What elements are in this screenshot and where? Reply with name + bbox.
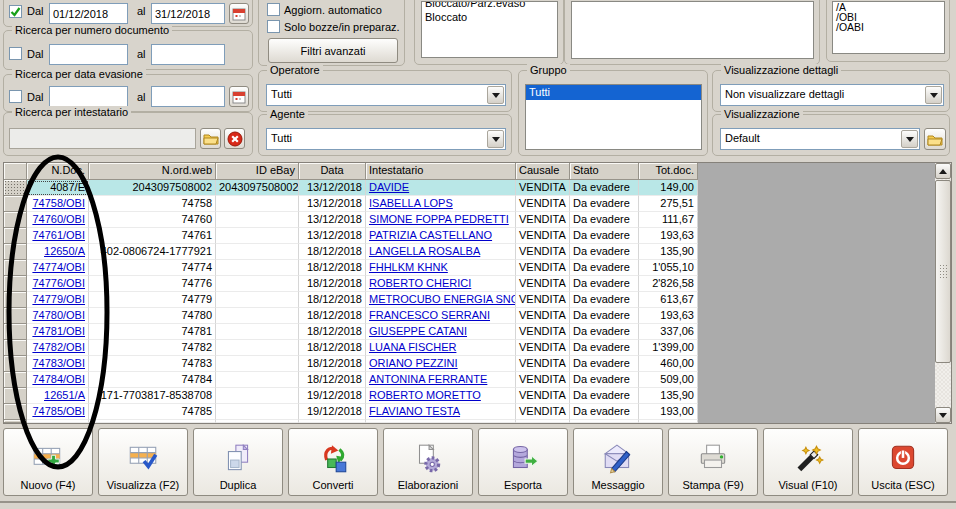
column-header-idebay[interactable]: ID eBay: [216, 163, 299, 180]
intestatario-link[interactable]: ANTONINA FERRANTE: [369, 373, 487, 385]
table-row[interactable]: 74761/OBI7476113/12/2018PATRIZIA CASTELL…: [4, 228, 698, 244]
table-row[interactable]: 12650/A402-0806724-177792118/12/2018LANG…: [4, 244, 698, 260]
table-row[interactable]: 74784/OBI7478418/12/2018ANTONINA FERRANT…: [4, 372, 698, 388]
ndoc-link[interactable]: 74785/OBI: [32, 405, 85, 417]
intestatario-link[interactable]: FRANCESCO SERRANI: [369, 309, 490, 321]
intestatario-link[interactable]: ISABELLA LOPS: [369, 197, 453, 209]
intestatario-link[interactable]: ROBERTO CHERICI: [369, 277, 471, 289]
intestatario-link[interactable]: GIUSEPPE CATANI: [369, 325, 467, 337]
evasion-to-input[interactable]: [151, 86, 225, 107]
gruppo-listbox[interactable]: Tutti: [525, 84, 702, 150]
auto-update-checkbox[interactable]: [267, 3, 280, 16]
table-row[interactable]: 74760/OBI7476013/12/2018SIMONE FOPPA PED…: [4, 212, 698, 228]
table-row[interactable]: 74779/OBI7477918/12/2018METROCUBO ENERGI…: [4, 292, 698, 308]
ndoc-link[interactable]: 74774/OBI: [32, 261, 85, 273]
ndoc-link[interactable]: 74761/OBI: [32, 229, 85, 241]
row-selector-cell[interactable]: [4, 180, 27, 196]
agente-combobox[interactable]: Tutti: [266, 128, 506, 150]
ndoc-link[interactable]: 12650/A: [44, 245, 85, 257]
table-scrollbar[interactable]: [935, 163, 951, 423]
row-selector-cell[interactable]: [4, 260, 27, 276]
calendar-button[interactable]: [229, 3, 249, 24]
visual-button[interactable]: Visual (F10): [763, 428, 853, 496]
evasion-from-input[interactable]: [49, 86, 128, 107]
chevron-down-icon[interactable]: [487, 130, 504, 148]
ndoc-link[interactable]: 74780/OBI: [32, 309, 85, 321]
intestatario-link[interactable]: METROCUBO ENERGIA SNC: [369, 293, 516, 305]
messaggio-button[interactable]: Messaggio: [573, 428, 663, 496]
stampa-button[interactable]: Stampa (F9): [668, 428, 758, 496]
ndoc-link[interactable]: 74760/OBI: [32, 213, 85, 225]
evasion-date-checkbox[interactable]: [9, 90, 22, 103]
view-details-combobox[interactable]: Non visualizzare dettagli: [720, 84, 944, 106]
doc-type-listbox[interactable]: /A/OBI/OABI: [832, 1, 945, 54]
intestatario-link[interactable]: DAVIDE: [369, 181, 409, 193]
table-row[interactable]: 74781/OBI7478118/12/2018GIUSEPPE CATANIV…: [4, 324, 698, 340]
row-selector-cell[interactable]: [4, 356, 27, 372]
doc-number-checkbox[interactable]: [9, 47, 22, 60]
table-row[interactable]: 12651/A171-7703817-853870819/12/2018ROBE…: [4, 388, 698, 404]
table-row[interactable]: 74783/OBI7478318/12/2018ORIANO PEZZINIVE…: [4, 356, 698, 372]
uscita-button[interactable]: Uscita (ESC): [858, 428, 948, 496]
nuovo-button[interactable]: Nuovo (F4): [3, 428, 93, 496]
doc-type-list-item[interactable]: /OABI: [833, 22, 944, 32]
intestatario-clear-button[interactable]: [224, 128, 245, 149]
date-range-checkbox[interactable]: [9, 5, 22, 18]
evasion-calendar-button[interactable]: [229, 86, 249, 107]
row-selector-cell[interactable]: [4, 404, 27, 420]
doc-number-from-input[interactable]: [49, 44, 128, 65]
column-header-stato[interactable]: Stato: [570, 163, 639, 180]
empty-listbox[interactable]: [571, 1, 814, 59]
intestatario-link[interactable]: SIMONE FOPPA PEDRETTI: [369, 213, 509, 225]
intestatario-browse-button[interactable]: [200, 128, 221, 149]
view-browse-button[interactable]: [924, 128, 946, 150]
scrollbar-thumb[interactable]: [935, 180, 951, 363]
converti-button[interactable]: Converti: [288, 428, 378, 496]
ndoc-link[interactable]: 74784/OBI: [32, 373, 85, 385]
column-header-intestatario[interactable]: Intestatario: [366, 163, 516, 180]
chevron-down-icon[interactable]: [901, 130, 918, 148]
row-selector-cell[interactable]: [4, 212, 27, 228]
table-row[interactable]: 74758/OBI7475813/12/2018ISABELLA LOPSVEN…: [4, 196, 698, 212]
elaborazioni-button[interactable]: Elaborazioni: [383, 428, 473, 496]
view-combobox[interactable]: Default: [720, 128, 920, 150]
intestatario-link[interactable]: FLAVIANO TESTA: [369, 405, 460, 417]
ndoc-link[interactable]: 12651/A: [44, 389, 85, 401]
duplica-button[interactable]: Duplica: [193, 428, 283, 496]
visualizza-button[interactable]: Visualizza (F2): [98, 428, 188, 496]
row-selector-cell[interactable]: [4, 388, 27, 404]
table-row[interactable]: 74780/OBI7478018/12/2018FRANCESCO SERRAN…: [4, 308, 698, 324]
date-from-input[interactable]: [49, 3, 128, 24]
status-list-item[interactable]: Bloccato: [422, 11, 557, 25]
table-row[interactable]: 74785/OBI7478519/12/2018FLAVIANO TESTAVE…: [4, 404, 698, 420]
date-to-input[interactable]: [151, 3, 225, 24]
ndoc-link[interactable]: 74776/OBI: [32, 277, 85, 289]
intestatario-link[interactable]: PATRIZIA CASTELLANO: [369, 229, 492, 241]
intestatario-link[interactable]: ROBERTO MORETTO: [369, 389, 481, 401]
scroll-down-icon[interactable]: [935, 407, 951, 423]
intestatario-link[interactable]: LUANA FISCHER: [369, 341, 456, 353]
scroll-up-icon[interactable]: [935, 163, 951, 179]
chevron-down-icon[interactable]: [925, 86, 942, 104]
row-selector-cell[interactable]: [4, 228, 27, 244]
table-row[interactable]: 4087/E2043097508002204309750800213/12/20…: [4, 180, 698, 196]
table-row[interactable]: 74782/OBI7478218/12/2018LUANA FISCHERVEN…: [4, 340, 698, 356]
doc-number-to-input[interactable]: [151, 44, 225, 65]
chevron-down-icon[interactable]: [487, 86, 504, 104]
row-selector-cell[interactable]: [4, 372, 27, 388]
ndoc-link[interactable]: 74779/OBI: [32, 293, 85, 305]
advanced-filters-button[interactable]: Filtri avanzati: [268, 38, 398, 63]
intestatario-link[interactable]: FHHLKM KHNK: [369, 261, 448, 273]
drafts-only-checkbox[interactable]: [267, 20, 280, 33]
column-header-nordweb[interactable]: N.ord.web: [89, 163, 216, 180]
row-selector-cell[interactable]: [4, 340, 27, 356]
table-row[interactable]: 74774/OBI7477418/12/2018FHHLKM KHNKVENDI…: [4, 260, 698, 276]
intestatario-link[interactable]: ORIANO PEZZINI: [369, 357, 458, 369]
column-header-causale[interactable]: Causale: [516, 163, 570, 180]
status-list-item[interactable]: Bloccato/Parz.evaso: [422, 1, 557, 11]
gruppo-selected-item[interactable]: Tutti: [526, 85, 701, 100]
intestatario-link[interactable]: LANGELLA ROSALBA: [369, 245, 480, 257]
row-selector-cell[interactable]: [4, 292, 27, 308]
operatore-combobox[interactable]: Tutti: [266, 84, 506, 106]
row-selector-cell[interactable]: [4, 196, 27, 212]
